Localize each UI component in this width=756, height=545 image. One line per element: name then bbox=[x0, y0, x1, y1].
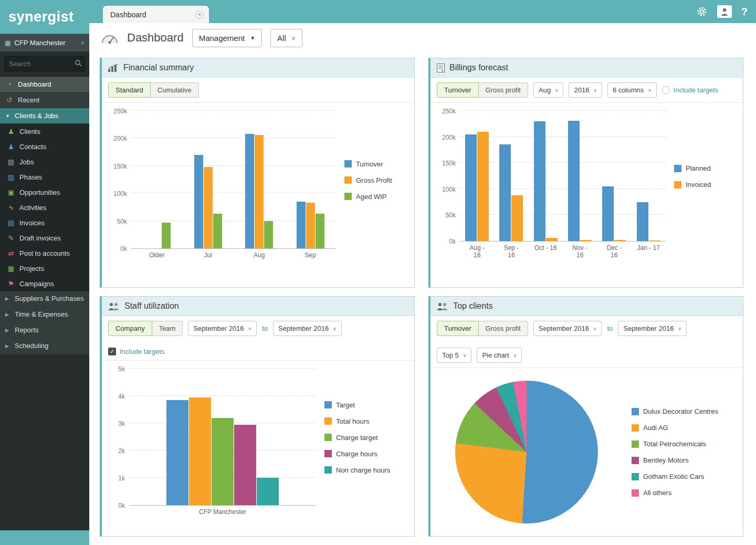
bar-charge-hours bbox=[234, 425, 256, 505]
sidebar-submenu: ♟Clients♟Contacts▤Jobs▥Phases▣Opportunit… bbox=[0, 124, 89, 291]
sidebar-item-opportunities[interactable]: ▣Opportunities bbox=[0, 185, 89, 200]
year-dropdown[interactable]: 2016 ∨ bbox=[569, 82, 602, 98]
dashboard-icon: ◔ bbox=[5, 80, 14, 88]
office-selector[interactable]: ▦ CFP Manchester ∨ bbox=[0, 34, 89, 51]
y-tick-label: 0k bbox=[449, 238, 456, 245]
sidebar-item-clients-jobs[interactable]: ▼Clients & Jobs bbox=[0, 108, 89, 124]
office-label: CFP Manchester bbox=[14, 39, 65, 47]
billings-forecast-header: $ Billings forecast bbox=[430, 58, 743, 78]
legend-item-dulux-decorator-centres: Dulux Decorator Centres bbox=[632, 407, 718, 415]
bar-turnover bbox=[194, 155, 203, 248]
chevron-right-icon: ▶ bbox=[5, 343, 10, 349]
view-dropdown[interactable]: Management ▼ bbox=[192, 29, 262, 47]
sidebar-item-label: Clients bbox=[19, 128, 84, 135]
legend-swatch bbox=[632, 408, 639, 415]
legend-label: Planned bbox=[686, 164, 711, 172]
dashboard-grid: Financial summary Standard Cumulative 0k… bbox=[89, 53, 756, 545]
search-icon[interactable] bbox=[75, 59, 82, 67]
avatar[interactable] bbox=[717, 5, 732, 18]
sidebar-item-scheduling[interactable]: ▶Scheduling bbox=[0, 339, 89, 354]
help-icon[interactable]: ? bbox=[741, 6, 748, 18]
sidebar-item-clients[interactable]: ♟Clients bbox=[0, 124, 89, 139]
sidebar-item-invoices[interactable]: ▤Invoices bbox=[0, 215, 89, 230]
sidebar-item-contacts[interactable]: ♟Contacts bbox=[0, 139, 89, 154]
sidebar-item-phases[interactable]: ▥Phases bbox=[0, 170, 89, 185]
legend-item-turnover: Turnover bbox=[344, 160, 392, 168]
close-icon[interactable]: × bbox=[195, 11, 204, 19]
from-month-dropdown[interactable]: September 2016 ∨ bbox=[533, 321, 602, 336]
toggle-company[interactable]: Company bbox=[108, 321, 152, 336]
to-month-dropdown[interactable]: September 2016 ∨ bbox=[618, 321, 687, 336]
legend-item-invoiced: Invoiced bbox=[674, 181, 711, 188]
sidebar-item-reports[interactable]: ▶Reports bbox=[0, 323, 89, 339]
bar-aged-wip bbox=[213, 214, 222, 248]
sidebar-item-campaigns[interactable]: ⚑Campaigns bbox=[0, 276, 89, 291]
legend-label: Bentley Motors bbox=[643, 456, 689, 464]
bar-total-hours bbox=[189, 397, 211, 505]
legend-item-all-others: All others bbox=[632, 489, 718, 497]
columns-dropdown[interactable]: 6 columns ∨ bbox=[607, 82, 657, 98]
y-axis: 0k50k100k150k200k250k bbox=[435, 111, 460, 242]
bar-planned bbox=[465, 134, 477, 241]
sidebar-item-time-expenses[interactable]: ▶Time & Expenses bbox=[0, 307, 89, 323]
month-dropdown[interactable]: Aug ∨ bbox=[533, 82, 564, 98]
toggle-team[interactable]: Team bbox=[152, 321, 183, 336]
chart-plot: OlderJulAugSep bbox=[131, 111, 336, 249]
category-group: Nov - 16 bbox=[568, 111, 592, 241]
toggle-gross-profit[interactable]: Gross profit bbox=[478, 82, 528, 98]
sidebar-item-dashboard[interactable]: ◔Dashboard bbox=[0, 77, 89, 92]
chevron-down-icon: ∨ bbox=[593, 326, 597, 331]
sidebar-item-projects[interactable]: ▦Projects bbox=[0, 261, 89, 276]
staff-body: 0k1k2k3k4k5kCFP ManchesterTargetTotal ho… bbox=[102, 361, 414, 536]
sidebar-item-jobs[interactable]: ▤Jobs bbox=[0, 154, 89, 170]
bar-cluster bbox=[194, 111, 222, 248]
category-group: Aug bbox=[245, 111, 273, 248]
recent-icon: ↺ bbox=[5, 96, 14, 104]
tab-dashboard[interactable]: Dashboard × bbox=[103, 6, 209, 23]
bar-aged-wip bbox=[162, 223, 171, 248]
top-n-dropdown[interactable]: Top 5 ∨ bbox=[437, 348, 471, 363]
sidebar-item-recent[interactable]: ↺Recent bbox=[0, 92, 89, 108]
sidebar-item-label: Reports bbox=[15, 326, 84, 334]
sidebar-item-post-to-accounts[interactable]: ⇄Post to accounts bbox=[0, 246, 89, 261]
sidebar-footer bbox=[0, 530, 89, 545]
include-targets-option[interactable]: ✓ Include targets bbox=[108, 348, 164, 355]
scope-dropdown[interactable]: All ∨ bbox=[270, 29, 302, 47]
sidebar: synergist ▦ CFP Manchester ∨ ◔Dashboard↺… bbox=[0, 0, 89, 545]
toggle-turnover[interactable]: Turnover bbox=[437, 321, 479, 336]
legend-item-planned: Planned bbox=[674, 164, 711, 172]
sidebar-item-draft-invoices[interactable]: ✎Draft invoices bbox=[0, 230, 89, 246]
gear-icon[interactable] bbox=[696, 6, 708, 17]
include-targets-option[interactable]: Include targets bbox=[662, 86, 718, 94]
bar-gross-profit bbox=[204, 167, 213, 248]
chart-type-dropdown[interactable]: Pie chart ∨ bbox=[477, 348, 522, 363]
to-month-dropdown[interactable]: September 2016 ∨ bbox=[273, 321, 342, 336]
bar-planned bbox=[602, 186, 614, 241]
billings-body: 0k50k100k150k200k250kAug - 16Sep - 16Oct… bbox=[430, 103, 743, 287]
legend-item-charge-target: Charge target bbox=[324, 434, 390, 442]
bar-cluster bbox=[465, 111, 489, 241]
staff-controls: Company Team September 2016 ∨ to Septemb… bbox=[102, 316, 414, 361]
bar-planned bbox=[534, 121, 545, 241]
bar-invoiced bbox=[580, 240, 592, 241]
view-dropdown-value: Management bbox=[199, 34, 245, 43]
sidebar-item-suppliers-purchases[interactable]: ▶Suppliers & Purchases bbox=[0, 291, 89, 307]
legend-swatch bbox=[324, 417, 332, 425]
search-input[interactable] bbox=[4, 56, 85, 71]
toggle-gross-profit[interactable]: Gross profit bbox=[478, 321, 528, 336]
toggle-standard[interactable]: Standard bbox=[108, 82, 151, 98]
toggle-turnover[interactable]: Turnover bbox=[437, 82, 479, 98]
app-window: synergist ▦ CFP Manchester ∨ ◔Dashboard↺… bbox=[0, 0, 756, 545]
toggle-cumulative[interactable]: Cumulative bbox=[150, 82, 199, 98]
staff-utilization-header: Staff utilization bbox=[102, 297, 414, 316]
sidebar-item-activities[interactable]: ϟActivities bbox=[0, 200, 89, 215]
from-month-dropdown[interactable]: September 2016 ∨ bbox=[188, 321, 257, 336]
y-tick-label: 100k bbox=[113, 190, 127, 197]
billings-metric-toggle: Turnover Gross profit bbox=[437, 82, 528, 98]
legend-item-total-petrochemicals: Total Petrochemicals bbox=[632, 440, 718, 448]
top-bar: Dashboard × ? bbox=[89, 0, 756, 23]
chevron-down-icon: ∨ bbox=[648, 88, 652, 93]
chevron-right-icon: ▶ bbox=[5, 328, 10, 333]
legend-item-gross-profit: Gross Profit bbox=[344, 176, 392, 184]
people-icon bbox=[108, 302, 120, 310]
